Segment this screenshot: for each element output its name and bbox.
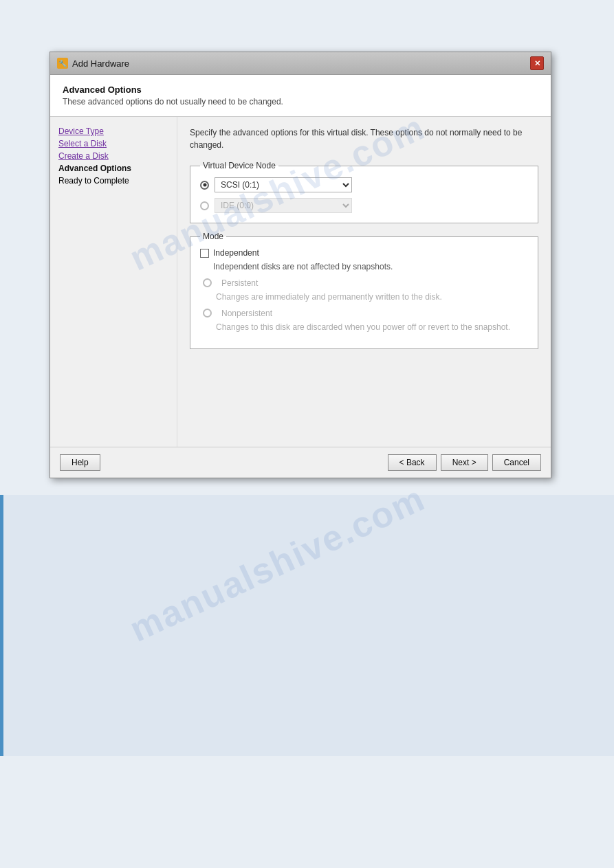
cancel-button[interactable]: Cancel bbox=[492, 454, 541, 471]
close-button[interactable]: ✕ bbox=[530, 56, 544, 70]
independent-label: Independent bbox=[213, 248, 259, 258]
header-title: Advanced Options bbox=[63, 85, 538, 95]
vdn-legend: Virtual Device Node bbox=[200, 161, 278, 170]
sidebar-item-advanced-options: Advanced Options bbox=[58, 164, 168, 173]
ide-select[interactable]: IDE (0:0) bbox=[215, 198, 352, 213]
independent-checkbox-row: Independent bbox=[200, 248, 528, 258]
nonpersistent-row: Nonpersistent bbox=[203, 309, 528, 318]
nav-sidebar: Device Type Select a Disk Create a Disk … bbox=[50, 117, 177, 447]
dialog-body: Device Type Select a Disk Create a Disk … bbox=[50, 117, 551, 447]
mode-legend: Mode bbox=[200, 232, 226, 241]
help-button[interactable]: Help bbox=[60, 454, 100, 471]
titlebar-left: 🔧 Add Hardware bbox=[57, 58, 129, 69]
persistent-radio[interactable] bbox=[203, 278, 212, 287]
nonpersistent-desc: Changes to this disk are discarded when … bbox=[216, 322, 528, 332]
virtual-device-node-fieldset: Virtual Device Node SCSI (0:1) IDE (0:0) bbox=[190, 161, 538, 223]
ide-row: IDE (0:0) bbox=[200, 198, 528, 213]
ide-radio[interactable] bbox=[200, 201, 209, 210]
persistent-desc: Changes are immediately and permanently … bbox=[216, 292, 528, 302]
scsi-row: SCSI (0:1) bbox=[200, 177, 528, 192]
footer-left: Help bbox=[60, 454, 100, 471]
scsi-radio[interactable] bbox=[200, 181, 209, 190]
titlebar: 🔧 Add Hardware ✕ bbox=[50, 52, 551, 75]
titlebar-title: Add Hardware bbox=[72, 58, 129, 69]
content-description: Specify the advanced options for this vi… bbox=[190, 126, 538, 151]
sidebar-item-create-disk[interactable]: Create a Disk bbox=[58, 151, 168, 161]
titlebar-icon: 🔧 bbox=[57, 58, 68, 69]
sidebar-item-select-disk[interactable]: Select a Disk bbox=[58, 139, 168, 148]
bottom-panel bbox=[0, 495, 614, 756]
content-area: Specify the advanced options for this vi… bbox=[177, 117, 551, 447]
footer-right: < Back Next > Cancel bbox=[388, 454, 541, 471]
persistent-label: Persistent bbox=[221, 278, 258, 288]
page-wrapper: 🔧 Add Hardware ✕ Advanced Options These … bbox=[0, 0, 614, 868]
dialog-header: Advanced Options These advanced options … bbox=[50, 75, 551, 117]
independent-checkbox[interactable] bbox=[200, 249, 209, 258]
sidebar-item-device-type[interactable]: Device Type bbox=[58, 126, 168, 136]
header-subtitle: These advanced options do not usually ne… bbox=[63, 97, 538, 107]
sidebar-item-ready-to-complete: Ready to Complete bbox=[58, 176, 168, 186]
add-hardware-dialog: 🔧 Add Hardware ✕ Advanced Options These … bbox=[50, 52, 551, 478]
scsi-select[interactable]: SCSI (0:1) bbox=[215, 177, 352, 192]
dialog-footer: Help < Back Next > Cancel bbox=[50, 447, 551, 478]
mode-radio-group: Persistent Changes are immediately and p… bbox=[200, 278, 528, 332]
nonpersistent-label: Nonpersistent bbox=[221, 309, 272, 318]
mode-fieldset: Mode Independent Independent disks are n… bbox=[190, 232, 538, 349]
persistent-row: Persistent bbox=[203, 278, 528, 288]
independent-desc: Independent disks are not affected by sn… bbox=[200, 262, 528, 271]
back-button[interactable]: < Back bbox=[388, 454, 437, 471]
nonpersistent-radio[interactable] bbox=[203, 309, 212, 318]
next-button[interactable]: Next > bbox=[441, 454, 488, 471]
